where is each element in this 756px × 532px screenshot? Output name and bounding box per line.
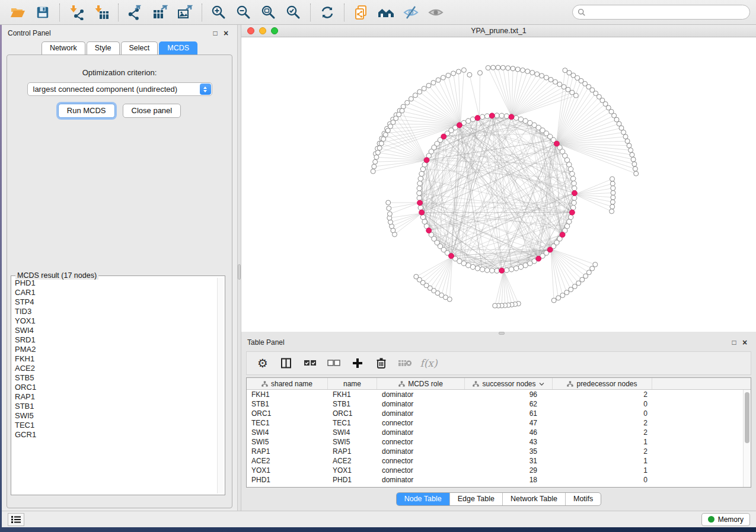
mcds-panel-content: Optimization criterion: largest connecte… [7, 55, 232, 508]
zoom-fit-icon [261, 5, 276, 20]
export-table-button[interactable] [148, 2, 172, 23]
scrollbar-thumb[interactable] [745, 392, 749, 443]
table-row[interactable]: STB1STB1dominator620 [247, 399, 743, 409]
mcds-result-item[interactable]: GCR1 [12, 430, 216, 440]
splitter-grip[interactable] [499, 332, 505, 335]
export-image-button[interactable] [173, 2, 197, 23]
mcds-result-item[interactable]: PHD1 [12, 278, 216, 288]
show-columns-button[interactable] [277, 354, 295, 372]
table-row[interactable]: ACE2ACE2connector311 [247, 456, 743, 466]
control-panel-tabs: Network Style Select MCDS [2, 41, 237, 55]
mcds-result-item[interactable]: TID3 [12, 307, 216, 316]
table-row[interactable]: YOX1YOX1connector291 [247, 466, 743, 475]
hide-selected-button[interactable] [399, 2, 423, 23]
mcds-result-item[interactable]: RAP1 [12, 392, 216, 402]
column-header-successor-nodes[interactable]: successor nodes [465, 378, 553, 389]
zoom-in-button[interactable] [207, 2, 231, 23]
zoom-selected-button[interactable] [282, 2, 305, 23]
export-network-button[interactable] [123, 2, 147, 23]
run-mcds-button[interactable]: Run MCDS [58, 104, 115, 118]
table-cell: dominator [377, 476, 465, 484]
delete-column-button[interactable] [372, 354, 390, 372]
mcds-result-scrollbar[interactable] [217, 278, 224, 493]
table-row[interactable]: ORC1ORC1dominator610 [247, 409, 743, 418]
table-cell: 1 [553, 457, 652, 465]
column-header-shared-name[interactable]: shared name [247, 378, 328, 389]
zoom-out-button[interactable] [232, 2, 256, 23]
tab-motifs[interactable]: Motifs [565, 493, 601, 505]
table-cell: connector [377, 438, 465, 446]
table-row[interactable]: RAP1RAP1dominator352 [247, 447, 743, 456]
import-table-button[interactable] [90, 2, 113, 23]
first-neighbors-button[interactable] [374, 2, 398, 23]
mcds-result-item[interactable]: CAR1 [12, 288, 216, 297]
table-settings-button[interactable]: ⚙ [254, 354, 272, 372]
mcds-result-item[interactable]: PMA2 [12, 345, 216, 354]
mcds-result-item[interactable]: TEC1 [12, 421, 216, 430]
mcds-result-item[interactable]: ACE2 [12, 364, 216, 373]
control-panel-close-button[interactable]: × [221, 30, 231, 37]
mcds-result-item[interactable]: FKH1 [12, 354, 216, 364]
select-all-rows-button[interactable] [301, 354, 319, 372]
table-cell: 62 [465, 400, 553, 408]
tab-edge-table[interactable]: Edge Table [449, 493, 502, 505]
splitter-grip[interactable] [238, 264, 241, 280]
task-history-button[interactable] [8, 513, 24, 526]
control-panel-float-button[interactable]: □ [210, 30, 221, 37]
mcds-result-item[interactable]: SRD1 [12, 335, 216, 345]
clone-network-button[interactable] [349, 2, 373, 23]
column-header-MCDS-role[interactable]: MCDS role [377, 378, 465, 389]
column-header-predecessor-nodes[interactable]: predecessor nodes [553, 378, 652, 389]
tab-mcds[interactable]: MCDS [159, 41, 197, 55]
tab-node-table[interactable]: Node Table [397, 493, 449, 505]
mcds-result-item[interactable]: STB5 [12, 373, 216, 383]
search-input[interactable] [589, 8, 745, 17]
mcds-result-item[interactable]: SWI4 [12, 326, 216, 335]
refresh-button[interactable] [315, 2, 339, 23]
table-header: shared namenameMCDS rolesuccessor nodesp… [247, 378, 751, 390]
zoom-fit-button[interactable] [257, 2, 280, 23]
network-view-canvas[interactable] [241, 37, 756, 332]
criterion-dropdown[interactable]: largest connected component (undirected) [27, 82, 212, 96]
table-row[interactable]: FKH1FKH1dominator962 [247, 390, 743, 399]
horizontal-splitter[interactable] [241, 332, 756, 334]
mcds-result-item[interactable]: STB1 [12, 402, 216, 411]
table-panel-float-button[interactable]: □ [729, 339, 739, 346]
tab-network-table[interactable]: Network Table [502, 493, 565, 505]
mcds-result-item[interactable]: STP4 [12, 297, 216, 307]
tab-network[interactable]: Network [42, 41, 85, 55]
mcds-result-item[interactable]: ORC1 [12, 383, 216, 392]
mcds-result-list: PHD1CAR1STP4TID3YOX1SWI4SRD1PMA2FKH1ACE2… [12, 278, 216, 493]
table-cell: 1 [553, 466, 652, 475]
show-all-button[interactable] [424, 2, 448, 23]
table-cell: connector [377, 419, 465, 427]
table-row[interactable]: TEC1TEC1connector472 [247, 418, 743, 428]
import-network-button[interactable] [65, 2, 88, 23]
column-header-name[interactable]: name [328, 378, 377, 389]
table-scrollbar[interactable] [743, 390, 751, 487]
open-file-button[interactable] [6, 2, 30, 23]
table-tabs: Node Table Edge Table Network Table Moti… [241, 488, 756, 511]
table-panel-close-button[interactable]: × [739, 339, 750, 346]
open-folder-icon [10, 5, 25, 20]
table-row[interactable]: PHD1PHD1dominator180 [247, 475, 743, 485]
table-row[interactable]: SWI5SWI5connector431 [247, 437, 743, 447]
eye-slash-icon [403, 5, 419, 20]
table-row[interactable]: SWI4SWI4dominator462 [247, 428, 743, 437]
vertical-splitter[interactable] [237, 25, 241, 511]
mcds-result-item[interactable]: SWI5 [12, 411, 216, 421]
tab-select[interactable]: Select [121, 41, 158, 55]
memory-button[interactable]: Memory [701, 513, 750, 526]
dropdown-stepper-icon [200, 84, 211, 95]
table-cell: STB1 [328, 400, 377, 408]
table-cell: TEC1 [328, 419, 377, 427]
deselect-all-rows-button[interactable] [325, 354, 343, 372]
tab-style[interactable]: Style [87, 41, 120, 55]
close-panel-button[interactable]: Close panel [123, 104, 181, 118]
mcds-result-item[interactable]: YOX1 [12, 316, 216, 326]
table-cell: FKH1 [328, 390, 377, 399]
save-session-button[interactable] [31, 2, 55, 23]
table-cell: 2 [553, 390, 652, 399]
table-cell: 0 [553, 409, 652, 418]
add-column-button[interactable] [349, 354, 366, 372]
